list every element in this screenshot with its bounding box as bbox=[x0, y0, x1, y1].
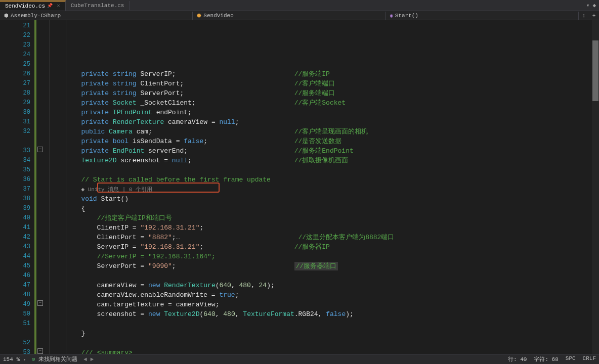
code-content[interactable]: private string ServerIP; //服务端IP private… bbox=[47, 20, 592, 354]
code-line[interactable]: ClientPort = "8882";… //这里分配本客户端为8882端口 bbox=[47, 233, 592, 242]
code-line[interactable]: ServerPort = "9090"; //服务器端口 bbox=[47, 261, 592, 271]
code-line[interactable] bbox=[47, 338, 592, 348]
pin-icon[interactable]: 📌 bbox=[47, 3, 53, 9]
code-line[interactable]: ServerIP = "192.168.31.21"; //服务器IP bbox=[47, 242, 592, 252]
code-line[interactable]: private string ClientPort; //客户端端口 bbox=[47, 79, 592, 88]
tab-label: CubeTranslate.cs bbox=[71, 3, 124, 9]
tab-bar: SendVideo.cs 📌 × CubeTranslate.cs ▾ ◆ bbox=[0, 0, 599, 11]
code-line[interactable]: ClientIP = "192.168.31.21"; bbox=[47, 223, 592, 233]
zoom-level[interactable]: 154 % ▾ bbox=[3, 356, 26, 362]
code-line[interactable]: public Camera cam; //客户端呈现画面的相机 bbox=[47, 127, 592, 136]
add-icon[interactable]: + bbox=[589, 13, 599, 19]
code-line[interactable]: cam.targetTexture = cameraView; bbox=[47, 300, 592, 309]
code-line[interactable]: private EndPoint serverEnd; //服务端EndPoin… bbox=[47, 146, 592, 156]
issues-status[interactable]: ⊘ 未找到相关问题 bbox=[32, 355, 77, 363]
code-line[interactable]: /// <summary> bbox=[47, 348, 592, 354]
csharp-icon: ⬢ bbox=[4, 13, 9, 19]
nav-bar: ⬢ Assembly-CSharp ⬣ SendVideo ◉ Start() … bbox=[0, 11, 599, 20]
class-icon: ⬣ bbox=[197, 13, 201, 19]
fold-icon[interactable]: − bbox=[37, 300, 43, 306]
window-icon[interactable]: ◆ bbox=[592, 2, 596, 9]
nav-method[interactable]: ◉ Start() bbox=[386, 12, 579, 20]
close-icon[interactable]: × bbox=[57, 3, 60, 9]
fold-icon[interactable]: − bbox=[37, 147, 43, 152]
line-indicator[interactable]: 行: 40 bbox=[508, 355, 527, 363]
code-line[interactable]: private string ServerIP; //服务端IP bbox=[47, 69, 592, 79]
split-icon[interactable]: ↕ bbox=[579, 13, 589, 19]
code-line[interactable] bbox=[47, 165, 592, 175]
code-line[interactable]: cameraView = new RenderTexture(640, 480,… bbox=[47, 281, 592, 290]
encoding-indicator[interactable]: CRLF bbox=[583, 355, 596, 363]
tab-sendvideo[interactable]: SendVideo.cs 📌 × bbox=[0, 1, 66, 11]
fold-icon[interactable]: − bbox=[37, 348, 43, 354]
code-line[interactable]: // Start is called before the first fram… bbox=[47, 175, 592, 185]
tab-label: SendVideo.cs bbox=[5, 3, 45, 9]
code-line[interactable]: private Socket _SocketClient; //客户端Socke… bbox=[47, 98, 592, 108]
code-line[interactable]: cameraView.enableRandomWrite = true; bbox=[47, 290, 592, 300]
code-line[interactable]: void Start() bbox=[47, 194, 592, 204]
vertical-scrollbar[interactable] bbox=[592, 20, 599, 354]
code-line[interactable]: private RenderTexture cameraView = null; bbox=[47, 117, 592, 127]
editor-area: 2122232425262728293031323334353637383940… bbox=[0, 20, 599, 354]
status-bar: 154 % ▾ ⊘ 未找到相关问题 ◄ ► 行: 40 字符: 68 SPC C… bbox=[0, 354, 599, 364]
line-number-gutter: 2122232425262728293031323334353637383940… bbox=[0, 20, 34, 354]
fold-column: − − − bbox=[36, 20, 47, 354]
code-line[interactable]: private string ServerPort; //服务端端口 bbox=[47, 88, 592, 98]
code-line[interactable]: ◈ Unity 消息 | 0 个引用 bbox=[47, 185, 592, 194]
code-line[interactable]: } bbox=[47, 329, 592, 338]
tab-cubetranslate[interactable]: CubeTranslate.cs bbox=[66, 1, 130, 10]
nav-project[interactable]: ⬢ Assembly-CSharp bbox=[0, 12, 193, 20]
code-line[interactable]: //ServerIP = "192.168.31.164"; bbox=[47, 252, 592, 261]
method-icon: ◉ bbox=[390, 13, 393, 19]
code-line[interactable] bbox=[47, 319, 592, 329]
code-line[interactable]: private IPEndPoint endPoint; bbox=[47, 108, 592, 117]
code-line[interactable]: private bool isSendData = false; //是否发送数… bbox=[47, 136, 592, 146]
code-line[interactable]: screenshot = new Texture2D(640, 480, Tex… bbox=[47, 309, 592, 319]
code-line[interactable]: Texture2D screenshot = null; //抓取摄像机画面 bbox=[47, 156, 592, 165]
code-line[interactable]: //指定客户端IP和端口号 bbox=[47, 213, 592, 223]
code-line[interactable] bbox=[47, 271, 592, 281]
char-indicator[interactable]: 字符: 68 bbox=[534, 355, 558, 363]
code-line[interactable]: { bbox=[47, 204, 592, 213]
spaces-indicator[interactable]: SPC bbox=[566, 355, 576, 363]
nav-class[interactable]: ⬣ SendVideo bbox=[193, 12, 386, 20]
nav-arrows[interactable]: ◄ ► bbox=[83, 356, 94, 362]
dropdown-icon[interactable]: ▾ bbox=[586, 2, 590, 9]
